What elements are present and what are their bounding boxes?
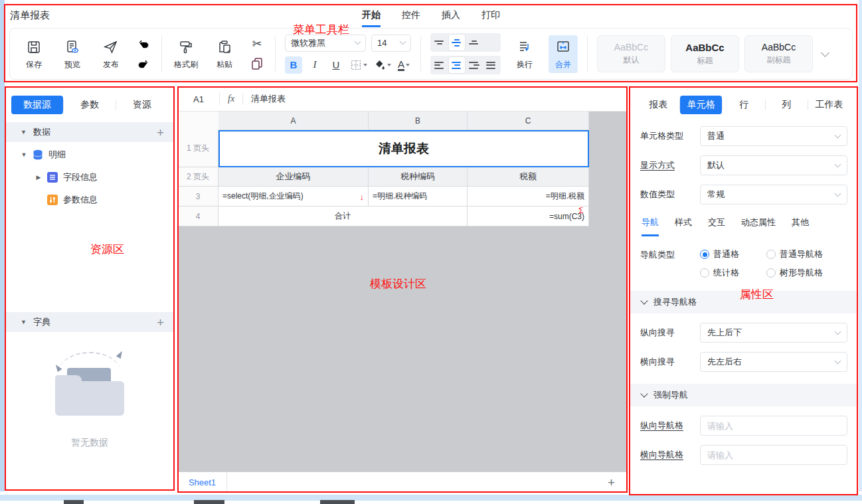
cell-reference[interactable]: A1 <box>178 94 219 104</box>
save-button[interactable]: 保存 <box>19 38 48 70</box>
style-preset-subtitle[interactable]: AaBbCc 副标题 <box>744 35 813 72</box>
font-family-select[interactable]: 微软雅黑 <box>285 35 366 52</box>
tab-resources[interactable]: 资源 <box>116 96 168 114</box>
cell-type-select[interactable]: 普通 <box>700 126 847 146</box>
row-header-2[interactable]: 2 页头 <box>178 167 218 187</box>
search-nav-section-header[interactable]: 搜寻导航格 <box>630 291 858 313</box>
cell-a2[interactable]: 企业编码 <box>218 167 369 187</box>
menu-tab-print[interactable]: 打印 <box>481 9 500 27</box>
horizontal-nav-cell-input[interactable] <box>700 445 847 465</box>
subtab-other[interactable]: 其他 <box>792 216 809 236</box>
menu-tab-insert[interactable]: 插入 <box>442 9 460 27</box>
subtab-navigation[interactable]: 导航 <box>642 216 659 236</box>
resource-panel: 数据源 参数 资源 ▼ 数据 + ▼ 明细 ▶ 字段信息 <box>5 87 175 491</box>
tab-worksheet[interactable]: 工作表 <box>808 96 850 114</box>
format-painter-button[interactable]: 格式刷 <box>171 38 201 70</box>
bold-button[interactable]: B <box>285 56 302 74</box>
empty-state-text: 暂无数据 <box>5 437 175 449</box>
cell-c4[interactable]: =sum(C3) Σ <box>468 207 589 226</box>
tab-parameters[interactable]: 参数 <box>64 96 116 114</box>
numeric-type-select[interactable]: 常规 <box>700 185 847 205</box>
valign-bottom-button[interactable] <box>466 35 482 50</box>
add-dictionary-button[interactable]: + <box>157 316 164 329</box>
formula-input[interactable]: 清单报表 <box>243 93 286 105</box>
cell-a4-merged[interactable]: 合计 <box>218 207 468 226</box>
undo-icon[interactable] <box>137 37 150 51</box>
cell-a3[interactable]: =select(明细,企业编码) ↓ <box>218 187 369 207</box>
tab-cell[interactable]: 单元格 <box>680 96 722 114</box>
valign-middle-button[interactable] <box>449 35 465 50</box>
subtab-dynamic[interactable]: 动态属性 <box>741 216 776 236</box>
tab-row[interactable]: 行 <box>723 96 764 114</box>
align-justify-button[interactable] <box>483 57 499 73</box>
data-section-header[interactable]: ▼ 数据 + <box>5 122 175 142</box>
radio-icon <box>700 268 709 278</box>
caret-down-icon[interactable]: ▼ <box>21 129 27 135</box>
column-header-a[interactable]: A <box>218 112 369 130</box>
row-header-4[interactable]: 4 <box>178 207 218 226</box>
caret-right-icon[interactable]: ▶ <box>34 174 43 181</box>
merge-cells-button[interactable]: 合并 <box>549 35 578 73</box>
cell-b2[interactable]: 税种编码 <box>369 167 468 187</box>
radio-normal-cell[interactable]: 普通格 <box>700 248 764 260</box>
display-mode-select[interactable]: 默认 <box>700 155 847 175</box>
caret-down-icon[interactable]: ▼ <box>21 319 27 325</box>
style-presets-expand-icon[interactable] <box>821 48 829 57</box>
valign-top-button[interactable] <box>432 35 448 50</box>
cut-icon[interactable]: ✂ <box>252 37 262 51</box>
column-header-b[interactable]: B <box>369 112 468 130</box>
style-preset-title[interactable]: AaBbCc 标题 <box>671 35 739 72</box>
underline-button[interactable]: U <box>327 56 345 74</box>
tree-item-dataset[interactable]: ▼ 明细 <box>5 145 175 165</box>
cell-a1-merged-selected[interactable]: 清单报表 <box>218 130 589 167</box>
menu-tab-controls[interactable]: 控件 <box>402 9 420 27</box>
tab-datasource[interactable]: 数据源 <box>11 96 63 114</box>
font-color-button[interactable]: A <box>396 56 411 74</box>
italic-button[interactable]: I <box>306 56 323 74</box>
fill-color-button[interactable] <box>373 56 392 74</box>
radio-normal-nav-cell[interactable]: 普通导航格 <box>766 248 823 260</box>
vertical-nav-cell-input[interactable] <box>700 416 847 436</box>
redo-icon[interactable] <box>137 56 150 71</box>
window-frame-left <box>0 0 5 491</box>
caret-down-icon[interactable]: ▼ <box>19 151 29 158</box>
wrap-text-button[interactable]: 换行 <box>510 38 539 70</box>
copy-icon[interactable] <box>251 56 263 71</box>
property-panel-tabs: 报表 单元格 行 列 工作表 <box>638 93 850 117</box>
cell-c3[interactable]: =明细.税额 <box>468 187 589 207</box>
tab-column[interactable]: 列 <box>766 96 808 114</box>
dictionary-section-header[interactable]: ▼ 字典 + <box>5 312 175 332</box>
style-preset-default[interactable]: AaBbCc 默认 <box>597 35 665 72</box>
preview-button[interactable]: 预览 <box>58 38 87 70</box>
vertical-search-select[interactable]: 先上后下 <box>700 323 847 343</box>
menu-tabs: 开始 控件 插入 打印 <box>362 9 500 27</box>
tree-item-fields[interactable]: ▶ 字段信息 <box>5 167 175 187</box>
add-sheet-button[interactable]: + <box>608 475 615 490</box>
titlebar: 清单报表 开始 控件 插入 打印 <box>5 4 857 28</box>
tree-item-params[interactable]: 参数信息 <box>5 190 175 210</box>
subtab-interaction[interactable]: 交互 <box>708 216 725 236</box>
cell-b3[interactable]: =明细.税种编码 <box>369 187 468 207</box>
publish-button[interactable]: 发布 <box>96 38 126 70</box>
vertical-nav-cell-label: 纵向导航格 <box>640 420 700 432</box>
row-header-3[interactable]: 3 <box>178 187 218 207</box>
cell-c2[interactable]: 税额 <box>468 167 589 187</box>
force-nav-section-header[interactable]: 强制导航 <box>630 384 858 406</box>
radio-tree-nav-cell[interactable]: 树形导航格 <box>766 267 823 279</box>
border-button[interactable] <box>349 56 369 74</box>
horizontal-search-select[interactable]: 先左后右 <box>700 352 847 372</box>
tab-report[interactable]: 报表 <box>638 96 679 114</box>
paste-button[interactable]: 粘贴 <box>210 38 239 70</box>
wrap-text-icon <box>517 38 533 56</box>
radio-stat-cell[interactable]: 统计格 <box>700 267 764 279</box>
subtab-style[interactable]: 样式 <box>675 216 692 236</box>
align-center-button[interactable] <box>449 57 465 73</box>
column-header-c[interactable]: C <box>468 112 589 130</box>
menu-tab-start[interactable]: 开始 <box>362 9 381 27</box>
add-datasource-button[interactable]: + <box>157 126 164 139</box>
row-header-1[interactable]: 1 页头 <box>178 130 218 167</box>
align-right-button[interactable] <box>466 57 482 73</box>
align-left-button[interactable] <box>432 57 448 73</box>
sheet-tab[interactable]: Sheet1 <box>178 472 227 493</box>
font-size-select[interactable]: 14 <box>371 35 411 52</box>
